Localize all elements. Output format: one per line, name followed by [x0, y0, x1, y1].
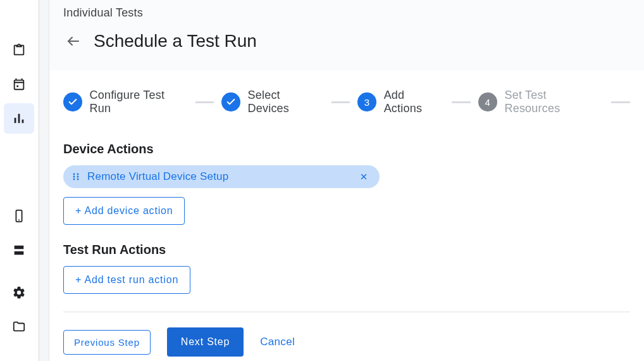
server-icon	[12, 243, 26, 257]
add-device-action-button[interactable]: + Add device action	[63, 197, 185, 225]
test-run-actions-title: Test Run Actions	[63, 243, 630, 257]
step-label-1: Configure Test Run	[90, 89, 188, 115]
step-connector	[611, 101, 630, 103]
sidebar-item-settings[interactable]	[4, 277, 34, 308]
sidebar-item-server[interactable]	[4, 235, 34, 265]
step-devices[interactable]: Select Devices	[221, 89, 324, 115]
arrow-left-icon	[66, 34, 81, 49]
next-step-button[interactable]: Next Step	[167, 327, 244, 357]
device-action-chip[interactable]: Remote Virtual Device Setup	[63, 165, 380, 188]
test-run-actions-section: Test Run Actions + Add test run action	[63, 243, 630, 294]
calendar-icon	[12, 77, 26, 91]
step-label-2: Select Devices	[248, 89, 324, 115]
chip-label: Remote Virtual Device Setup	[87, 170, 349, 183]
previous-step-button[interactable]: Previous Step	[63, 330, 151, 355]
drag-handle-icon[interactable]	[72, 172, 80, 181]
step-connector	[195, 101, 214, 103]
svg-point-3	[73, 174, 75, 175]
main-content: Individual Tests Schedule a Test Run	[49, 0, 644, 361]
svg-point-7	[73, 179, 75, 180]
divider	[63, 312, 630, 312]
sidebar	[0, 0, 38, 361]
page-title: Schedule a Test Run	[94, 31, 257, 51]
sidebar-item-folder[interactable]	[4, 312, 34, 342]
step-label-3: Add Actions	[384, 89, 445, 115]
step-resources[interactable]: 4 Set Test Resources	[478, 89, 604, 115]
device-icon	[12, 209, 26, 223]
chip-remove-button[interactable]	[357, 170, 371, 184]
device-actions-section: Device Actions Remote Virtual Device Set…	[63, 142, 630, 225]
sidebar-item-clipboard[interactable]	[4, 35, 34, 65]
svg-point-4	[77, 174, 79, 175]
check-icon	[226, 97, 236, 107]
step-connector	[452, 101, 471, 103]
step-circle-2	[221, 92, 240, 111]
step-label-4: Set Test Resources	[505, 89, 604, 115]
step-circle-3: 3	[357, 92, 376, 111]
step-actions[interactable]: 3 Add Actions	[357, 89, 444, 115]
gear-icon	[12, 286, 26, 300]
footer-actions: Previous Step Next Step Cancel	[63, 327, 630, 357]
step-circle-4: 4	[478, 92, 497, 111]
sidebar-item-analytics[interactable]	[4, 103, 34, 134]
close-icon	[359, 172, 368, 181]
breadcrumb[interactable]: Individual Tests	[49, 0, 644, 20]
stepper: Configure Test Run Select Devices 3 Add …	[63, 71, 630, 134]
sidebar-item-device[interactable]	[4, 201, 34, 231]
svg-point-5	[73, 176, 75, 178]
svg-point-8	[77, 179, 79, 180]
bar-chart-icon	[12, 111, 26, 125]
check-icon	[68, 97, 78, 107]
cancel-button[interactable]: Cancel	[260, 336, 295, 348]
clipboard-icon	[12, 43, 26, 57]
back-button[interactable]	[65, 32, 82, 50]
folder-icon	[12, 320, 26, 334]
svg-point-6	[77, 176, 79, 178]
step-configure[interactable]: Configure Test Run	[63, 89, 188, 115]
sidebar-divider	[38, 0, 40, 361]
device-actions-title: Device Actions	[63, 142, 630, 156]
step-circle-1	[63, 92, 82, 111]
add-test-run-action-button[interactable]: + Add test run action	[63, 266, 190, 294]
step-connector	[331, 101, 350, 103]
sidebar-item-calendar[interactable]	[4, 69, 34, 99]
